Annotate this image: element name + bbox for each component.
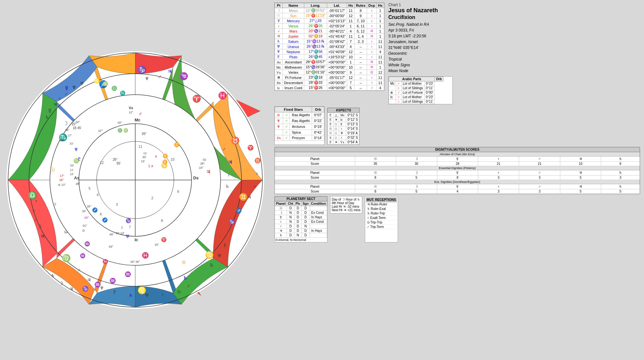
arabic-orb: 0°11': [424, 99, 435, 104]
planet-symbol: Ds: [275, 80, 283, 85]
mut-reception-item: ♂ Trip-Term: [366, 225, 397, 229]
svg-text:55': 55': [117, 162, 121, 165]
chart-panel: ♈ ♉ ♊ ♋ ♌ ♍ ♎ ♏ ♐ ♑ ♒ ♓ As Ds Mc Ic 12 1…: [0, 0, 270, 360]
svg-text:♈: ♈: [247, 145, 254, 151]
arabic-orb: 0°23': [424, 81, 435, 86]
asp-orb: 0°12' S: [346, 117, 359, 122]
planet-dsp: ♃: [367, 29, 377, 34]
chart-system: Geocentric: [388, 51, 453, 56]
sect-day-hour: Day of ☽ Hour of ♄ 4th Hour of Day Last …: [330, 196, 362, 213]
planet-dsp-hs: 1: [376, 8, 384, 13]
svg-text:♀: ♀: [58, 96, 62, 101]
planet-rules: 7, 10: [355, 18, 367, 24]
planet-long: 23°♏18: [304, 75, 327, 80]
planet-lat: -02°05'24": [327, 24, 347, 29]
svg-text:♑: ♑: [82, 286, 89, 292]
aspects-section: ASPECTS ♇ △ Mc 0°12' S ♇ ✕ Ic 0°12' S ♇ …: [327, 108, 360, 145]
asp-p1: ♇: [328, 117, 334, 122]
svg-text:♍: ♍: [73, 158, 79, 164]
planet-long: 28°♈33'57": [304, 60, 327, 65]
planet-dsp-hs: 4: [376, 49, 384, 54]
planet-symbol: Mc: [275, 65, 283, 70]
sect-plc: N: [294, 233, 301, 237]
planet-long: 12°♎55'52": [304, 8, 327, 13]
planet-lat: -00°40'21": [327, 29, 347, 34]
asp-type: ✕: [334, 117, 339, 122]
planet-name: Jupiter: [282, 34, 304, 39]
svg-text:12: 12: [100, 161, 104, 165]
planet-symbol: ♆: [275, 49, 283, 54]
svg-text:18 45': 18 45': [73, 126, 81, 130]
svg-text:☉: ☉: [50, 167, 55, 173]
chart-details: Sec.Prog. Naibod in RA Apr 3 0033, Fri 3…: [388, 22, 453, 74]
col-condition: Condition: [310, 201, 327, 206]
mut-reception-item: ♀ Exalt-Term: [366, 216, 397, 220]
asp-type: □: [334, 131, 339, 135]
sect-sgn: D: [301, 233, 310, 237]
chart-name: Jesus of Nazareth: [388, 7, 453, 14]
asp-orb: 0°12' S: [346, 113, 359, 117]
right-panel: Pt Name Long. Lat. Hs Rules Dsp Hs ☽ Moo…: [270, 0, 644, 360]
sect-sgn: N: [301, 224, 310, 228]
planet-rules: 6, 11: [355, 24, 367, 29]
svg-text:♂: ♂: [77, 268, 81, 273]
svg-text:♀: ♀: [161, 292, 165, 297]
planet-dsp-hs: 1: [376, 13, 384, 18]
svg-text:☿: ☿: [48, 108, 52, 113]
planet-hs: 12: [347, 75, 355, 80]
sect-planet: ♄: [275, 233, 287, 237]
svg-text:♍: ♍: [102, 81, 108, 87]
svg-text:12°: 12°: [129, 111, 133, 114]
sect-cht: N: [287, 215, 295, 219]
arabic-planet: ♀: [396, 86, 402, 90]
planet-name: Pt Fortune: [282, 75, 304, 80]
planet-long: 20°♑21: [304, 29, 327, 34]
chart-house-system: Whole Signs: [388, 62, 453, 68]
planet-dsp: ♀: [367, 18, 377, 24]
planet-long: 27°△33: [304, 18, 327, 24]
fixed-star-asp: ♂: [283, 135, 290, 140]
svg-text:⊗ 23°: ⊗ 23°: [58, 183, 66, 186]
svg-text:♄: ♄: [225, 184, 230, 189]
planet-table: Pt Name Long. Lat. Hs Rules Dsp Hs ☽ Moo…: [275, 3, 384, 90]
col-long: Long.: [304, 3, 327, 8]
planet-dsp-hs: 11: [376, 80, 384, 85]
planet-rules: –: [355, 75, 367, 80]
svg-text:28°: 28°: [84, 216, 89, 219]
svg-text:♈: ♈: [192, 94, 201, 103]
svg-text:33': 33': [82, 210, 86, 213]
planetary-sect-section: PLANETARY SECT Planet Cht Plc Sgn Condit…: [274, 196, 327, 242]
svg-text:01': 01': [203, 158, 207, 161]
fixed-star-planet: ⊙: [275, 112, 283, 118]
planet-dsp: ♀: [367, 80, 377, 85]
svg-text:♓: ♓: [218, 91, 227, 100]
mut-receptions-list: ♃ Ruler-Ruler♄ Ruler-Exal♄ Ruler-Trip♀ E…: [366, 202, 397, 229]
fixed-star-name: Spica: [290, 129, 312, 135]
svg-text:26°: 26°: [65, 128, 70, 132]
svg-text:S: S: [121, 225, 123, 230]
sect-condition: Ex Cond: [310, 210, 327, 215]
planet-long: 26°♑13 ℞: [304, 44, 327, 49]
planet-symbol: ♂: [275, 29, 283, 34]
planet-symbol: ☽: [275, 8, 283, 13]
asp-orb: 0°14' S: [346, 126, 359, 131]
svg-text:♀: ♀: [255, 171, 259, 176]
arabic-parts-section: Arabic Parts Orb Mc ♂ Lot of Mother 0°23…: [388, 76, 453, 104]
sect-table: Planet Cht Plc Sgn Condition ☉ D D D ☽ N…: [275, 201, 327, 238]
planet-long: 26°♈26: [304, 24, 327, 29]
arabic-name: Lot of Fortune: [401, 90, 424, 95]
col-hs: Hs: [347, 3, 355, 8]
svg-text:♃: ♃: [87, 278, 91, 282]
arabic-point: [389, 86, 396, 90]
svg-text:15°: 15°: [199, 166, 204, 169]
col-planet-sect: Planet: [275, 201, 287, 206]
planet-rules: –: [355, 54, 367, 60]
svg-text:♒: ♒: [84, 241, 90, 247]
fixed-star-orb: 0°19': [312, 124, 324, 129]
sect-cht: D: [287, 224, 295, 228]
planet-rules: –: [355, 80, 367, 85]
planet-hs: 10: [347, 65, 355, 70]
chart-info-row: Pt Name Long. Lat. Hs Rules Dsp Hs ☽ Moo…: [274, 3, 640, 104]
sect-sgn: D: [301, 215, 310, 219]
svg-text:17°: 17°: [60, 174, 64, 177]
